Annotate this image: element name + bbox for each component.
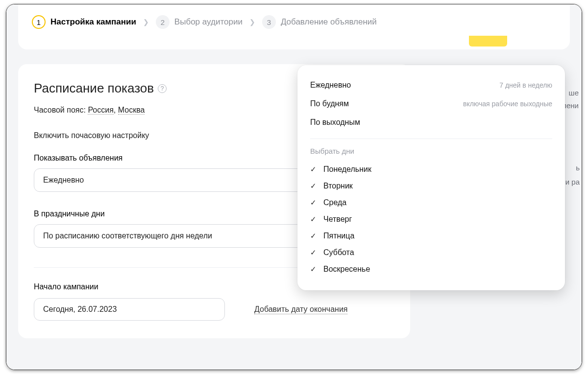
day-label: Воскресенье — [323, 265, 370, 274]
check-icon: ✓ — [310, 248, 318, 257]
ghost-text: ь — [565, 161, 580, 175]
step-2-number: 2 — [156, 15, 170, 29]
timezone-label: Часовой пояс: — [34, 106, 86, 114]
day-option-monday[interactable]: ✓ Понедельник — [310, 161, 552, 178]
section-title-text: Расписание показов — [34, 81, 154, 96]
day-option-tuesday[interactable]: ✓ Вторник — [310, 178, 552, 194]
check-icon: ✓ — [310, 165, 318, 174]
dropdown-option-label: По выходным — [310, 118, 360, 127]
day-option-friday[interactable]: ✓ Пятница — [310, 228, 552, 244]
dropdown-option-daily[interactable]: Ежедневно 7 дней в неделю — [310, 76, 552, 94]
chevron-right-icon: ❯ — [249, 18, 255, 26]
check-icon: ✓ — [310, 232, 318, 240]
dropdown-days-subtitle: Выбрать дни — [310, 147, 552, 155]
holidays-value: По расписанию соответствующего дня недел… — [43, 232, 212, 240]
step-3-number: 3 — [262, 15, 276, 29]
day-label: Пятница — [323, 232, 354, 240]
day-label: Четверг — [323, 215, 352, 224]
check-icon: ✓ — [310, 182, 318, 190]
day-label: Среда — [323, 198, 346, 207]
check-icon: ✓ — [310, 198, 318, 207]
step-1[interactable]: 1 Настройка кампании — [32, 15, 136, 29]
show-ads-value: Ежедневно — [43, 176, 84, 185]
check-icon: ✓ — [310, 265, 318, 274]
step-1-label: Настройка кампании — [50, 17, 136, 27]
timezone-country-link[interactable]: Россия — [88, 106, 113, 115]
step-3-label: Добавление объявлений — [281, 17, 377, 27]
dropdown-option-label: Ежедневно — [310, 81, 351, 90]
dropdown-option-weekdays[interactable]: По будням включая рабочие выходные — [310, 94, 552, 113]
steps-breadcrumb: 1 Настройка кампании ❯ 2 Выбор аудитории… — [18, 4, 570, 49]
day-option-wednesday[interactable]: ✓ Среда — [310, 194, 552, 211]
day-label: Понедельник — [323, 165, 371, 174]
step-3[interactable]: 3 Добавление объявлений — [262, 15, 377, 29]
help-icon[interactable]: ? — [158, 84, 167, 93]
day-option-sunday[interactable]: ✓ Воскресенье — [310, 261, 552, 278]
dropdown-option-hint: включая рабочие выходные — [463, 100, 552, 108]
timezone-city-link[interactable]: Москва — [118, 106, 145, 115]
step-2-label: Выбор аудитории — [174, 17, 243, 27]
day-label: Вторник — [323, 182, 353, 190]
dropdown-separator — [310, 139, 552, 139]
dropdown-option-weekends[interactable]: По выходным — [310, 113, 552, 132]
campaign-start-date-input[interactable]: Сегодня, 26.07.2023 — [34, 298, 225, 321]
dropdown-option-hint: 7 дней в неделю — [499, 81, 552, 89]
day-option-saturday[interactable]: ✓ Суббота — [310, 244, 552, 261]
step-2[interactable]: 2 Выбор аудитории — [156, 15, 243, 29]
step-1-number: 1 — [32, 15, 46, 29]
day-option-thursday[interactable]: ✓ Четверг — [310, 211, 552, 228]
dropdown-option-label: По будням — [310, 99, 349, 108]
check-icon: ✓ — [310, 215, 318, 224]
ghost-text: и ра — [565, 175, 580, 189]
show-ads-dropdown: Ежедневно 7 дней в неделю По будням вклю… — [297, 65, 565, 290]
add-end-date-link[interactable]: Добавить дату окончания — [254, 305, 347, 314]
chevron-right-icon: ❯ — [143, 18, 149, 26]
day-label: Суббота — [323, 248, 354, 257]
